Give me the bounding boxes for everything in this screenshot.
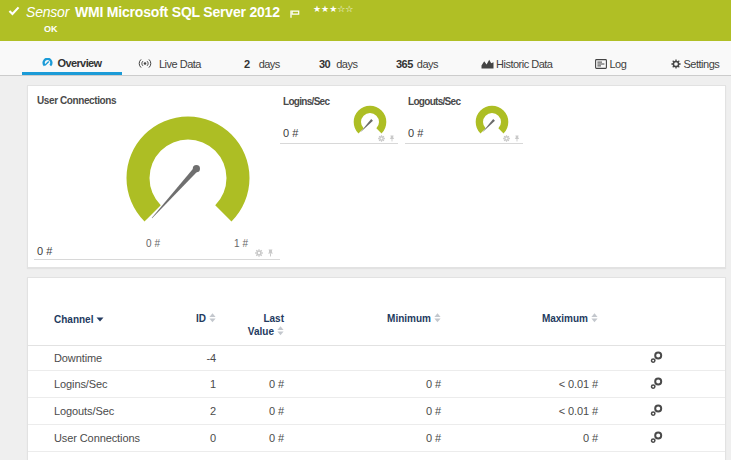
channel-minimum-cell xyxy=(284,346,441,371)
gauge-current-value: 0 # xyxy=(283,127,298,139)
gauge-title: Logouts/Sec xyxy=(408,96,460,107)
gear-icon[interactable] xyxy=(378,135,385,142)
gauge-title: User Connections xyxy=(37,95,116,106)
pin-icon[interactable] xyxy=(389,135,395,142)
pin-icon[interactable] xyxy=(267,249,274,257)
column-header-actions xyxy=(598,278,725,346)
column-header-last-value[interactable]: Last Value xyxy=(216,278,284,346)
sort-icon xyxy=(277,326,284,339)
channel-minimum-cell: 0 # xyxy=(284,398,441,425)
column-label: Value xyxy=(248,326,274,337)
channel-maximum-cell: < 0.01 # xyxy=(441,371,598,398)
gauge-cell-logouts-sec: Logouts/Sec 0 # xyxy=(405,92,523,144)
tab-historic-data[interactable]: Historic Data xyxy=(481,40,552,75)
tab-365-days[interactable]: 365 days xyxy=(396,40,438,75)
tab-bar: Overview Live Data 2 days 30 days xyxy=(0,41,731,76)
sensor-title: WMI Microsoft SQL Server 2012 xyxy=(75,4,280,20)
tab-overview[interactable]: Overview xyxy=(22,40,122,75)
channel-last-value-cell: 0 # xyxy=(216,371,284,398)
channel-actions-cell xyxy=(598,425,725,452)
column-header-minimum[interactable]: Minimum xyxy=(284,278,441,346)
channel-row[interactable]: Logins/Sec 1 0 # 0 # < 0.01 # xyxy=(28,371,725,398)
tab-2-days[interactable]: 2 days xyxy=(244,40,280,75)
channel-settings-icon[interactable] xyxy=(650,351,663,366)
gauge-needle xyxy=(152,165,200,218)
channel-row[interactable]: Logouts/Sec 2 0 # 0 # < 0.01 # xyxy=(28,398,725,425)
gauge-scale-max: 1 # xyxy=(234,238,248,249)
channel-name-cell: Downtime xyxy=(28,346,161,371)
channel-name-cell: Logins/Sec xyxy=(28,371,161,398)
sort-icon xyxy=(434,313,441,326)
tab-live-data[interactable]: Live Data xyxy=(138,40,201,75)
channel-row[interactable]: User Connections 0 0 # 0 # 0 # xyxy=(28,425,725,452)
pin-icon[interactable] xyxy=(514,135,520,142)
channels-table-body: Downtime -4 xyxy=(28,346,725,452)
sort-icon xyxy=(209,313,216,326)
channel-last-value-cell: 0 # xyxy=(216,398,284,425)
tab-30-days[interactable]: 30 days xyxy=(319,40,358,75)
tab-label: days xyxy=(336,58,357,75)
channel-settings-icon[interactable] xyxy=(650,404,663,419)
settings-gear-icon xyxy=(671,59,681,75)
channel-id-cell: 2 xyxy=(161,398,216,425)
tab-log[interactable]: Log xyxy=(595,40,626,75)
gauge-actions xyxy=(503,135,520,142)
column-header-channel[interactable]: Channel xyxy=(28,278,161,346)
chevron-down-icon xyxy=(96,312,104,325)
channel-name-cell: Logouts/Sec xyxy=(28,398,161,425)
channel-settings-icon[interactable] xyxy=(650,431,663,446)
tab-label: days xyxy=(417,58,438,75)
live-data-icon xyxy=(138,58,152,75)
column-label: Maximum xyxy=(542,313,588,324)
gear-icon[interactable] xyxy=(503,135,510,142)
channels-panel: Channel ID Last Value Minimum Maximum xyxy=(27,277,726,460)
column-header-maximum[interactable]: Maximum xyxy=(441,278,598,346)
tab-label: Log xyxy=(610,58,627,75)
gauge-icon xyxy=(42,58,53,72)
gauge-needle xyxy=(361,119,373,132)
gauges-panel: User Connections 0 # 1 # 0 # xyxy=(27,85,726,268)
tab-day-count: 2 xyxy=(244,58,250,75)
channel-maximum-cell: < 0.01 # xyxy=(441,398,598,425)
channel-id-cell: -4 xyxy=(161,346,216,371)
priority-stars[interactable]: ★★★☆☆ xyxy=(313,5,353,14)
channel-actions-cell xyxy=(598,371,725,398)
channel-minimum-cell: 0 # xyxy=(284,371,441,398)
historic-data-icon xyxy=(481,59,494,75)
column-header-id[interactable]: ID xyxy=(161,278,216,346)
channel-settings-icon[interactable] xyxy=(650,377,663,392)
channel-row[interactable]: Downtime -4 xyxy=(28,346,725,371)
flag-icon[interactable] xyxy=(290,4,300,22)
column-label: Minimum xyxy=(387,313,431,324)
column-label: Channel xyxy=(54,314,93,325)
channel-actions-cell xyxy=(598,346,725,371)
tab-day-count: 365 xyxy=(396,58,413,75)
tab-label: Live Data xyxy=(159,58,201,75)
user-connections-gauge xyxy=(123,116,253,226)
tab-settings[interactable]: Settings xyxy=(671,40,719,75)
gear-icon[interactable] xyxy=(255,249,263,257)
channel-minimum-cell: 0 # xyxy=(284,425,441,452)
column-label: Last xyxy=(263,313,284,324)
prtg-sensor-page: Sensor WMI Microsoft SQL Server 2012 ★★★… xyxy=(0,0,731,460)
tab-label: Historic Data xyxy=(496,58,552,75)
channel-name-cell: User Connections xyxy=(28,425,161,452)
channel-last-value-cell xyxy=(216,346,284,371)
logouts-sec-gauge xyxy=(475,105,509,136)
log-icon xyxy=(595,59,607,75)
channel-id-cell: 0 xyxy=(161,425,216,452)
channel-maximum-cell xyxy=(441,346,598,371)
object-kind-label: Sensor xyxy=(26,4,69,20)
gauge-actions xyxy=(255,249,274,257)
column-label: ID xyxy=(196,313,206,324)
gauge-needle xyxy=(483,119,495,132)
tab-label: Overview xyxy=(57,57,101,72)
channel-maximum-cell: 0 # xyxy=(441,425,598,452)
channels-table: Channel ID Last Value Minimum Maximum xyxy=(28,278,725,452)
gauge-scale-min: 0 # xyxy=(146,238,160,249)
tab-day-count: 30 xyxy=(319,58,330,75)
tab-label: days xyxy=(259,58,280,75)
status-badge: OK xyxy=(44,24,58,34)
gauge-title: Logins/Sec xyxy=(283,96,329,107)
gauge-actions xyxy=(378,135,395,142)
